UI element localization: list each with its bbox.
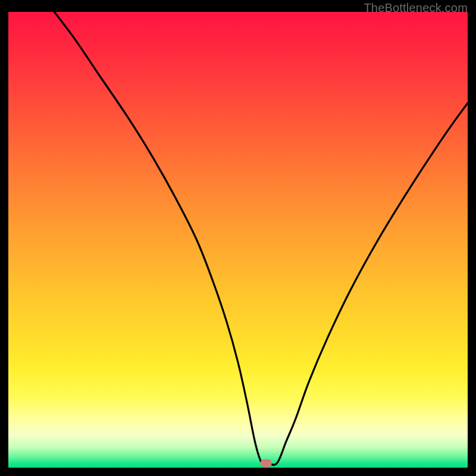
watermark-text: TheBottleneck.com	[364, 1, 468, 15]
curve-svg	[8, 12, 468, 468]
chart-frame: TheBottleneck.com	[0, 0, 476, 476]
plot-area	[8, 12, 468, 468]
bottleneck-curve	[8, 12, 468, 465]
optimal-marker	[261, 459, 272, 466]
